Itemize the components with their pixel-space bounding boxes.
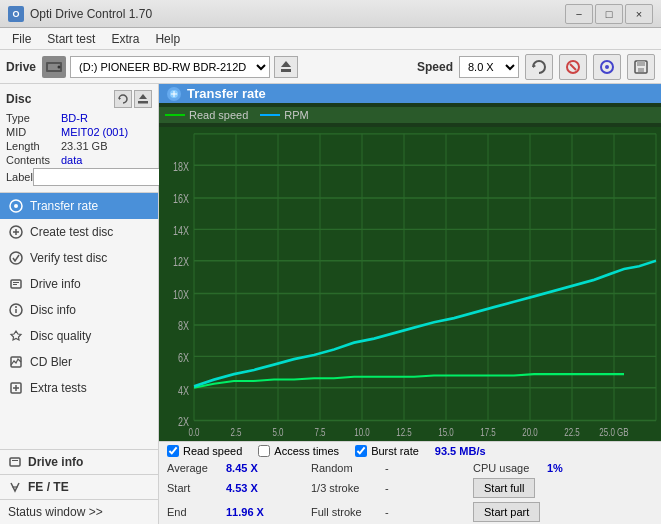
stats-col-start-part: Start part [473,502,653,522]
svg-point-21 [10,252,22,264]
minimize-button[interactable]: − [565,4,593,24]
disc-refresh-icon[interactable] [114,90,132,108]
svg-text:14X: 14X [173,223,189,237]
stats-col-random: Random - [311,462,473,474]
bottom-stats: Read speed Access times Burst rate 93.5 … [159,441,661,524]
end-val: 11.96 X [226,506,271,518]
start-key: Start [167,482,222,494]
stats-row-1: Average 8.45 X Random - CPU usage 1% [159,460,661,476]
svg-text:10.0: 10.0 [354,425,370,438]
svg-marker-13 [119,97,121,100]
svg-marker-3 [281,61,291,67]
cd-bler-icon [8,354,24,370]
access-times-checkbox[interactable]: Access times [258,445,339,457]
sidebar: Disc Type BD-R MID MEIT02 (001) [0,84,159,524]
chart-legend: Read speed RPM [159,107,661,123]
menu-help[interactable]: Help [147,30,188,48]
chart-svg: 2X 4X 6X 8X 10X 12X 14X 16X 18X 0.0 2.5 … [159,127,661,441]
start-full-button[interactable]: Start full [473,478,535,498]
burn-button[interactable] [593,54,621,80]
svg-point-9 [605,65,609,69]
rpm-legend-color [260,114,280,116]
start-part-button[interactable]: Start part [473,502,540,522]
status-window-button[interactable]: Status window >> [0,499,158,524]
speed-select[interactable]: 8.0 X [459,56,519,78]
transfer-rate-icon [8,198,24,214]
svg-rect-33 [10,458,20,466]
refresh-button[interactable] [525,54,553,80]
contents-val: data [61,154,82,166]
menu-extra[interactable]: Extra [103,30,147,48]
fete-label: FE / TE [28,480,69,494]
svg-text:12X: 12X [173,255,189,269]
fete-header[interactable]: FE / TE [0,475,158,499]
read-speed-checkbox[interactable]: Read speed [167,445,242,457]
menu-file[interactable]: File [4,30,39,48]
type-key: Type [6,112,61,124]
stats-col-cpu: CPU usage 1% [473,462,653,474]
nav-disc-quality[interactable]: Disc quality [0,323,158,349]
legend-rpm-label: RPM [284,109,308,121]
stats-col-end: End 11.96 X [167,506,311,518]
save-button[interactable] [627,54,655,80]
cpu-val: 1% [547,462,563,474]
legend-rpm: RPM [260,109,308,121]
nav-extra-tests[interactable]: Extra tests [0,375,158,401]
fete-section: FE / TE [0,474,158,499]
nav-cd-bler[interactable]: CD Bler [0,349,158,375]
svg-text:15.0: 15.0 [438,425,454,438]
svg-text:7.5: 7.5 [314,425,325,438]
read-speed-cb[interactable] [167,445,179,457]
nav-transfer-rate-label: Transfer rate [30,199,98,213]
menu-start-test[interactable]: Start test [39,30,103,48]
title-bar: O Opti Drive Control 1.70 − □ × [0,0,661,28]
nav-drive-info[interactable]: Drive info [0,271,158,297]
eject-button[interactable] [274,56,298,78]
close-button[interactable]: × [625,4,653,24]
start-val: 4.53 X [226,482,271,494]
stats-col-full-stroke: Full stroke - [311,506,473,518]
erase-button[interactable] [559,54,587,80]
drive-info-header[interactable]: Drive info [0,450,158,474]
chart-area: 2X 4X 6X 8X 10X 12X 14X 16X 18X 0.0 2.5 … [159,127,661,441]
drive-info-section: Drive info [0,449,158,474]
nav-transfer-rate[interactable]: Transfer rate [0,193,158,219]
maximize-button[interactable]: □ [595,4,623,24]
content-area: Transfer rate Read speed RPM [159,84,661,524]
label-input[interactable] [33,168,166,186]
disc-eject-icon[interactable] [134,90,152,108]
disc-quality-icon [8,328,24,344]
svg-rect-34 [12,460,18,461]
stats-row-2: Start 4.53 X 1/3 stroke - Start full [159,476,661,500]
full-stroke-key: Full stroke [311,506,381,518]
access-times-cb[interactable] [258,445,270,457]
chart-title-bar: Transfer rate [159,84,661,103]
stats-col-start: Start 4.53 X [167,482,311,494]
label-key: Label [6,171,33,183]
svg-marker-28 [11,331,21,340]
speed-label: Speed [417,60,453,74]
drive-info-icon [8,276,24,292]
burst-rate-cb[interactable] [355,445,367,457]
nav-cd-bler-label: CD Bler [30,355,72,369]
verify-disc-icon [8,250,24,266]
full-stroke-val: - [385,506,389,518]
nav-disc-info[interactable]: Disc info [0,297,158,323]
mid-val: MEIT02 (001) [61,126,128,138]
nav-section: Transfer rate Create test disc Verify te… [0,193,158,449]
type-val: BD-R [61,112,88,124]
svg-marker-14 [139,94,147,99]
legend-read-speed: Read speed [165,109,248,121]
nav-create-test-disc[interactable]: Create test disc [0,219,158,245]
svg-text:22.5: 22.5 [564,425,580,438]
svg-text:2X: 2X [178,415,189,429]
nav-create-test-disc-label: Create test disc [30,225,113,239]
toolbar: Drive (D:) PIONEER BD-RW BDR-212D 1.00 S… [0,50,661,84]
create-disc-icon [8,224,24,240]
stroke-1-3-val: - [385,482,389,494]
burst-rate-checkbox[interactable]: Burst rate [355,445,419,457]
drive-select[interactable]: (D:) PIONEER BD-RW BDR-212D 1.00 [70,56,270,78]
mid-key: MID [6,126,61,138]
window-controls: − □ × [565,4,653,24]
nav-verify-test-disc[interactable]: Verify test disc [0,245,158,271]
